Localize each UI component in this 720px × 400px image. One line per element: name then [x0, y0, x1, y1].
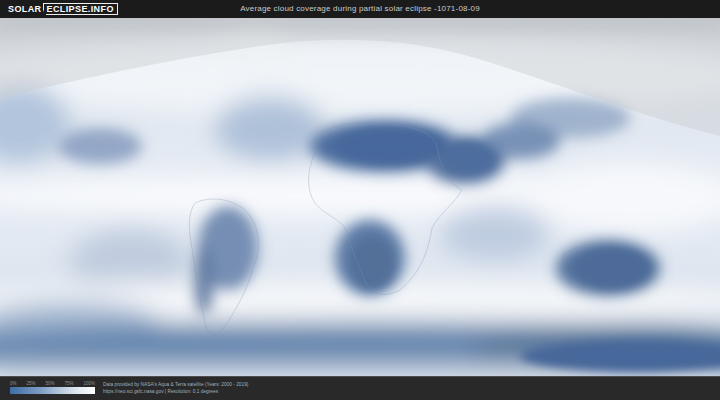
- colorbar-tick-label: 75%: [64, 381, 73, 386]
- colorbar-tick-labels: 0%25%50%75%100%: [10, 380, 95, 386]
- world-map-graphic: [0, 18, 720, 376]
- solar-eclipse-info-page: SOLAR ECLIPSE.INFO Average cloud coverag…: [0, 0, 720, 400]
- colorbar-tick-label: 25%: [26, 381, 35, 386]
- colorbar-tick-label: 0%: [10, 381, 17, 386]
- credit-line-1: Data provided by NASA's Aqua & Terra sat…: [103, 382, 248, 389]
- colorbar-gradient: [10, 387, 95, 394]
- top-bar: SOLAR ECLIPSE.INFO Average cloud coverag…: [0, 0, 720, 18]
- cloud-coverage-world-map: [0, 18, 720, 376]
- colorbar-tick-label: 50%: [45, 381, 54, 386]
- colorbar-tick-label: 100%: [83, 381, 95, 386]
- logo-slash-decoration: [42, 4, 46, 15]
- cloud-coverage-legend: 0%25%50%75%100%: [10, 380, 95, 394]
- page-title: Average cloud coverage during partial so…: [0, 4, 720, 13]
- credit-line-2: https://neo.sci.gsfc.nasa.gov | Resoluti…: [103, 389, 248, 396]
- data-credit: Data provided by NASA's Aqua & Terra sat…: [103, 382, 248, 395]
- footer-bar: 0%25%50%75%100% Data provided by NASA's …: [0, 376, 720, 400]
